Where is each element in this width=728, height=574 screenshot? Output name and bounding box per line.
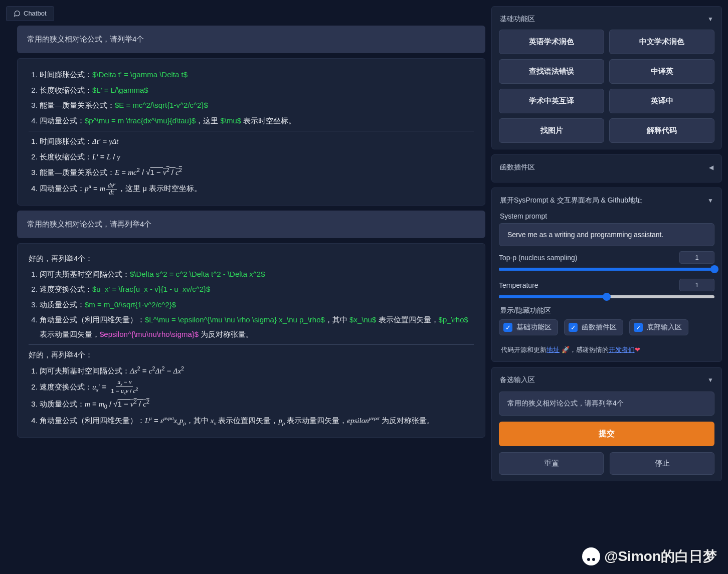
topp-label: Top-p (nucleus sampling) — [499, 254, 577, 262]
checkmark-icon: ✓ — [503, 323, 512, 332]
chevron-left-icon: ◀ — [709, 164, 713, 171]
fn-btn-find-image[interactable]: 找图片 — [499, 118, 604, 143]
bot2-intro: 好的，再列举4个： — [29, 252, 474, 266]
fn-btn-chinese-polish[interactable]: 中文学术润色 — [609, 30, 714, 54]
contributors-link[interactable]: 开发者们 — [609, 346, 635, 353]
reset-button[interactable]: 重置 — [499, 452, 604, 475]
bot2-rendered-list: 闵可夫斯基时空间隔公式：Δs2 = c2Δt2 − Δx2 速度变换公式：ux′… — [29, 363, 474, 429]
temperature-value[interactable]: 1 — [679, 279, 714, 291]
bot1-raw-latex-2: $L' = L/\gamma$ — [92, 86, 148, 94]
heart-icon: ❤ — [635, 346, 640, 353]
alt-input-textbox[interactable]: 常用的狭义相对论公式，请再列举4个 — [499, 392, 714, 416]
panel-sysprompt-title: 展开SysPrompt & 交互界面布局 & Github地址 — [500, 196, 642, 205]
chevron-down-icon: ▼ — [707, 16, 713, 23]
temperature-slider-fill — [499, 295, 607, 298]
chevron-down-icon: ▼ — [707, 197, 713, 204]
bot1-raw-latex-3: $E = mc^2/\sqrt{1-v^2/c^2}$ — [115, 101, 208, 109]
panel-alt-input-header[interactable]: 备选输入区 ▼ — [499, 373, 714, 389]
panel-basic-header[interactable]: 基础功能区 ▼ — [499, 13, 714, 28]
toggle-section-label: 显示/隐藏功能区 — [500, 306, 713, 315]
bot1-raw-label-1: 时间膨胀公式： — [40, 70, 92, 79]
panel-sysprompt: 展开SysPrompt & 交互界面布局 & Github地址 ▼ System… — [491, 187, 722, 362]
bot1-rendered-list: 时间膨胀公式：Δt′ = γΔt 长度收缩公式：L′ = L / γ 能量—质量… — [29, 134, 474, 196]
panel-plugins-title: 函数插件区 — [500, 163, 535, 172]
bot1-raw-label-3: 能量—质量关系公式： — [40, 101, 115, 109]
fn-btn-english-polish[interactable]: 英语学术润色 — [499, 30, 604, 54]
stop-button[interactable]: 停止 — [610, 452, 714, 475]
panel-basic-functions: 基础功能区 ▼ 英语学术润色 中文学术润色 查找语法错误 中译英 学术中英互译 … — [491, 6, 722, 149]
control-column: 基础功能区 ▼ 英语学术润色 中文学术润色 查找语法错误 中译英 学术中英互译 … — [491, 6, 722, 568]
repo-link[interactable]: 地址 — [547, 346, 560, 353]
basic-button-grid: 英语学术润色 中文学术润色 查找语法错误 中译英 学术中英互译 英译中 找图片 … — [499, 30, 714, 143]
panel-alt-input-title: 备选输入区 — [500, 375, 535, 385]
fn-btn-explain-code[interactable]: 解释代码 — [609, 118, 714, 143]
tab-label: Chatbot — [24, 10, 47, 17]
topp-slider-row: Top-p (nucleus sampling) 1 — [499, 251, 714, 271]
chevron-down-icon: ▼ — [707, 376, 713, 384]
fn-btn-zh-to-en[interactable]: 中译英 — [609, 59, 714, 84]
check-plugins[interactable]: ✓函数插件区 — [564, 319, 623, 335]
sysprompt-input[interactable]: Serve me as a writing and programming as… — [499, 223, 714, 246]
footer-note: 代码开源和更新地址 🚀，感谢热情的开发者们❤ — [499, 344, 714, 355]
chat-icon — [14, 10, 21, 17]
panel-plugins-header[interactable]: 函数插件区 ◀ — [499, 161, 714, 176]
visibility-checkbox-group: ✓基础功能区 ✓函数插件区 ✓底部输入区 — [499, 319, 714, 335]
fn-btn-en-to-zh[interactable]: 英译中 — [609, 89, 714, 113]
user-message-1: 常用的狭义相对论公式，请列举4个 — [17, 26, 485, 53]
user-message-2: 常用的狭义相对论公式，请再列举4个 — [17, 211, 485, 238]
bot1-raw-list: 时间膨胀公式：$\Delta t' = \gamma \Delta t$ 长度收… — [29, 68, 474, 128]
tab-bar: Chatbot — [6, 6, 485, 21]
fn-btn-academic-trans[interactable]: 学术中英互译 — [499, 89, 604, 113]
fn-btn-grammar-check[interactable]: 查找语法错误 — [499, 59, 604, 84]
divider — [29, 131, 474, 131]
submit-button[interactable]: 提交 — [499, 422, 714, 446]
sysprompt-label: System prompt — [500, 212, 713, 220]
bot1-raw-label-4: 四动量公式： — [40, 116, 85, 125]
bot-message-1: 时间膨胀公式：$\Delta t' = \gamma \Delta t$ 长度收… — [17, 58, 485, 206]
bot2-raw-list: 闵可夫斯基时空间隔公式：$\Delta s^2 = c^2 \Delta t^2… — [29, 267, 474, 342]
temperature-slider[interactable] — [499, 295, 714, 298]
panel-basic-title: 基础功能区 — [500, 15, 535, 24]
topp-slider-fill — [499, 268, 714, 271]
panel-plugins: 函数插件区 ◀ — [491, 154, 722, 182]
chat-column: Chatbot 常用的狭义相对论公式，请列举4个 时间膨胀公式：$\Delta … — [6, 6, 485, 568]
bot2-intro-rendered: 好的，再列举4个： — [29, 348, 474, 362]
divider — [29, 344, 474, 345]
bot-message-2: 好的，再列举4个： 闵可夫斯基时空间隔公式：$\Delta s^2 = c^2 … — [17, 243, 485, 438]
temperature-slider-row: Temperature 1 — [499, 279, 714, 298]
panel-sysprompt-header[interactable]: 展开SysPrompt & 交互界面布局 & Github地址 ▼ — [499, 194, 714, 209]
temperature-slider-thumb[interactable] — [603, 293, 611, 301]
topp-slider[interactable] — [499, 268, 714, 271]
tab-chatbot[interactable]: Chatbot — [6, 6, 54, 21]
topp-slider-thumb[interactable] — [710, 265, 718, 273]
bot1-raw-label-2: 长度收缩公式： — [40, 86, 92, 94]
check-bottom[interactable]: ✓底部输入区 — [629, 319, 688, 335]
checkmark-icon: ✓ — [569, 323, 578, 332]
topp-value[interactable]: 1 — [679, 251, 714, 264]
panel-alt-input: 备选输入区 ▼ 常用的狭义相对论公式，请再列举4个 提交 重置 停止 — [491, 367, 722, 481]
check-basic[interactable]: ✓基础功能区 — [499, 319, 558, 335]
temperature-label: Temperature — [499, 281, 538, 289]
checkmark-icon: ✓ — [634, 323, 643, 332]
bot1-raw-latex-1: $\Delta t' = \gamma \Delta t$ — [92, 70, 188, 79]
bot1-raw-latex-4: $p^\mu = m \frac{dx^\mu}{d\tau}$ — [85, 116, 196, 125]
